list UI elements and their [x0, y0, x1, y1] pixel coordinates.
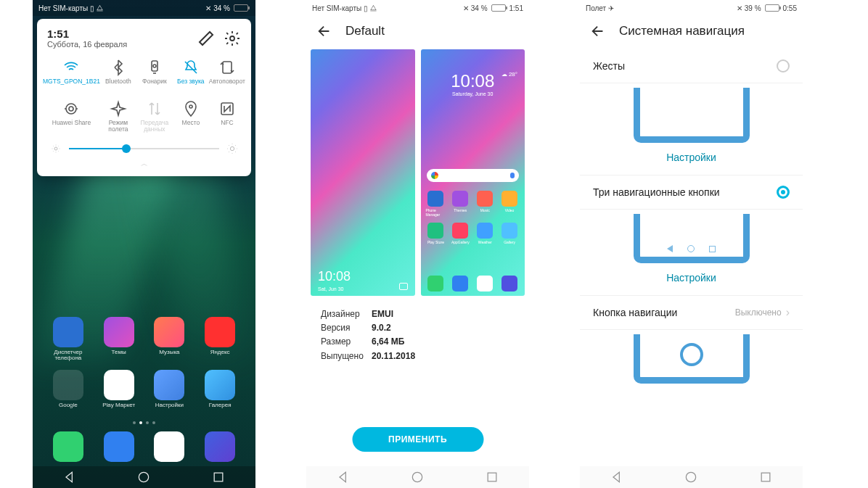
option-three-buttons[interactable]: Три навигационные кнопки — [580, 175, 803, 210]
wifi-icon — [62, 59, 80, 76]
qs-tile-wifi[interactable]: MGTS_GPON_1B21 — [43, 54, 100, 96]
info-key: Размер — [321, 335, 372, 349]
airplane-icon: ✈ — [608, 4, 614, 12]
theme-previews: 10:08 Sat, Jun 30 10:08 Saturday, June 3… — [306, 49, 529, 296]
app-icon — [53, 431, 83, 462]
svg-point-10 — [139, 472, 149, 481]
chevron-right-icon: › — [786, 306, 790, 319]
phone-screenshot-theme: Нет SIM-карты ▯ ⧋ ✕ 34 % 1:51 Default 10… — [306, 0, 529, 488]
qs-tile-location[interactable]: Место — [173, 96, 209, 137]
back-icon[interactable] — [316, 23, 332, 39]
app-label: Диспетчер телефона — [50, 350, 86, 361]
qs-tile-mute[interactable]: Без звука — [173, 54, 209, 96]
data-icon — [146, 100, 163, 117]
preview-app: Weather — [475, 223, 495, 244]
app-item[interactable]: Темы — [101, 317, 137, 361]
svg-rect-11 — [214, 473, 223, 481]
page-title: Системная навигация — [619, 24, 745, 38]
qs-tile-bt[interactable]: Bluetooth — [100, 54, 136, 96]
nav-home-icon[interactable] — [136, 470, 151, 484]
nav-back-icon[interactable] — [62, 470, 77, 484]
qs-tile-share[interactable]: Huawei Share — [43, 96, 100, 137]
info-value: EMUI — [372, 307, 393, 321]
preview-homescreen[interactable]: 10:08 Saturday, June 30 ☁ 28° Phone Mana… — [421, 49, 525, 296]
info-key: Версия — [321, 321, 372, 335]
brightness-slider[interactable] — [43, 137, 245, 156]
clock: 1:51 — [509, 4, 523, 12]
qs-tile-label: Без звука — [177, 78, 205, 91]
app-item[interactable]: Play Маркет — [101, 370, 137, 414]
qs-tile-flash[interactable]: Фонарик — [136, 54, 173, 96]
theme-info: ДизайнерEMUIВерсия9.0.2Размер6,64 МБВыпу… — [306, 296, 529, 375]
qs-tile-rotate[interactable]: Автоповорот — [209, 54, 245, 96]
qs-tile-nfc[interactable]: NFC — [209, 96, 245, 137]
settings-link[interactable]: Настройки — [580, 263, 803, 296]
option-single-button[interactable]: Кнопка навигации Выключено › — [580, 296, 803, 330]
page-header: Default — [306, 16, 529, 49]
app-icon — [205, 370, 235, 400]
qs-tile-label: Место — [181, 120, 200, 133]
qs-tile-label: Автоповорот — [209, 78, 245, 91]
option-gestures[interactable]: Жесты — [580, 49, 803, 83]
qs-tile-plane[interactable]: Режим полета — [100, 96, 136, 137]
navigation-bar — [33, 466, 255, 488]
page-title: Default — [345, 24, 385, 38]
radio-icon[interactable] — [777, 186, 790, 199]
app-item[interactable]: Галерея — [202, 370, 238, 414]
weather-widget: ☁ 28° — [501, 71, 517, 78]
share-icon — [62, 100, 80, 117]
nav-back-icon[interactable] — [610, 470, 624, 484]
app-label: Google — [59, 402, 78, 414]
app-item[interactable]: Диспетчер телефона — [50, 317, 86, 361]
nav-back-icon[interactable] — [336, 470, 351, 484]
qs-tile-label: Bluetooth — [105, 78, 131, 91]
preview-lockscreen[interactable]: 10:08 Sat, Jun 30 — [311, 49, 415, 296]
lock-date: Sat, Jun 30 — [318, 286, 343, 291]
info-row: Размер6,64 МБ — [321, 335, 515, 349]
preview-app: Themes — [450, 191, 470, 217]
svg-point-0 — [230, 36, 234, 41]
app-item[interactable]: Яндекс — [202, 317, 238, 361]
qs-tiles: MGTS_GPON_1B21BluetoothФонарикБез звукаА… — [43, 54, 245, 137]
qs-tile-label: Фонарик — [142, 78, 167, 91]
location-icon — [182, 100, 200, 117]
nav-recents-icon[interactable] — [758, 470, 773, 484]
svg-point-14 — [687, 472, 696, 481]
app-item[interactable]: Музыка — [151, 317, 187, 361]
app-icon — [154, 370, 184, 400]
app-icon — [205, 431, 235, 462]
info-key: Дизайнер — [321, 307, 372, 321]
app-item[interactable] — [101, 431, 137, 462]
back-icon[interactable] — [590, 23, 606, 39]
app-item[interactable] — [50, 431, 86, 462]
apply-button[interactable]: ПРИМЕНИТЬ — [352, 427, 483, 452]
nav-home-icon[interactable] — [410, 470, 425, 484]
home-date: Saturday, June 30 — [421, 91, 525, 96]
app-item[interactable]: Настройки — [151, 370, 187, 414]
mute-icon: ✕ — [463, 4, 469, 12]
qs-time: 1:51 — [47, 28, 127, 40]
radio-icon[interactable] — [777, 59, 790, 73]
carrier-text: Нет SIM-карты — [312, 4, 361, 12]
app-item[interactable] — [202, 431, 238, 462]
settings-link[interactable]: Настройки — [580, 143, 803, 175]
nav-recents-icon[interactable] — [485, 470, 499, 484]
rotate-icon — [218, 59, 236, 76]
expand-handle-icon[interactable]: ︿ — [43, 156, 245, 169]
mute-icon: ✕ — [205, 4, 211, 12]
app-item[interactable] — [151, 431, 187, 462]
edit-icon[interactable] — [197, 30, 215, 47]
phone-screenshot-quicksettings: Нет SIM-карты ▯ ⧋ ✕ 34 % 1:51 Суббота, 1… — [33, 0, 255, 488]
nav-recents-icon[interactable] — [211, 470, 226, 484]
app-icon — [104, 431, 134, 462]
lock-time: 10:08 — [318, 269, 351, 284]
nav-home-icon[interactable] — [684, 470, 698, 484]
svg-point-9 — [230, 146, 234, 150]
gear-icon[interactable] — [224, 30, 241, 47]
brightness-low-icon — [50, 143, 62, 154]
app-item[interactable]: Google — [50, 370, 86, 414]
preview-app: Play Store — [425, 223, 446, 244]
page-header: Системная навигация — [580, 16, 803, 49]
qs-tile-data[interactable]: Передача данных — [136, 96, 173, 137]
phone-screenshot-navigation: Полет ✈ ✕ 39 % 0:55 Системная навигация … — [580, 0, 803, 488]
